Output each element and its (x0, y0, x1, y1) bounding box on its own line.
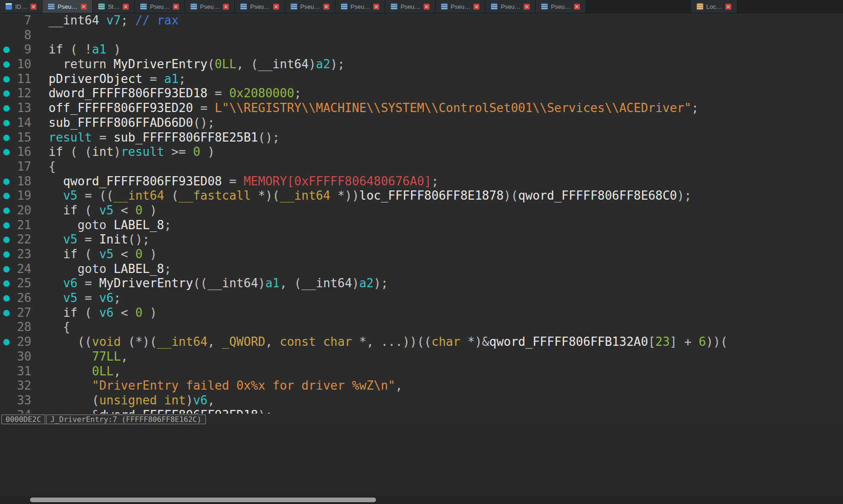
close-icon[interactable]: × (323, 4, 329, 10)
tab-ida-view[interactable]: ID…× (0, 0, 42, 13)
line-number: 34 (14, 408, 34, 414)
disasm-view-icon (6, 3, 12, 10)
code-line[interactable]: 12 dword_FFFFF806FF93ED18 = 0x2080000; (0, 86, 843, 101)
scrollbar-thumb[interactable] (30, 498, 376, 502)
close-icon[interactable]: × (373, 4, 379, 10)
tab-label: Pseu… (401, 3, 420, 10)
tab-pseudocode-f[interactable]: Pseu…× (335, 0, 386, 13)
horizontal-scrollbar[interactable] (0, 496, 843, 504)
code-line[interactable]: 26 v5 = v6; (0, 291, 843, 306)
code-line[interactable]: 29 ((void (*)(__int64, _QWORD, const cha… (0, 335, 843, 350)
code-text: dword_FFFFF806FF93ED18 = 0x2080000; (34, 86, 301, 101)
line-number: 25 (14, 276, 34, 291)
code-line[interactable]: 33 (unsigned int)v6, (0, 393, 843, 408)
code-line[interactable]: 20 if ( v5 < 0 ) (0, 203, 843, 218)
code-text: "DriverEntry failed 0x%x for driver %wZ\… (34, 379, 402, 393)
code-line[interactable]: 17 { (0, 160, 843, 174)
code-line[interactable]: 11 pDriverObject = a1; (0, 72, 843, 87)
code-line[interactable]: 31 0LL, (0, 364, 843, 379)
close-icon[interactable]: × (574, 4, 580, 10)
tab-pseudocode-d[interactable]: Pseu…× (235, 0, 285, 13)
code-line[interactable]: 27 if ( v6 < 0 ) (0, 306, 843, 320)
pseudocode-icon (140, 3, 147, 10)
code-text: goto LABEL_8; (34, 218, 171, 233)
close-icon[interactable]: × (30, 4, 36, 10)
tab-pseudocode-j[interactable]: Pseu…× (536, 0, 586, 13)
line-number: 26 (14, 291, 34, 306)
tab-pseudocode-c[interactable]: Pseu…× (185, 0, 235, 13)
breakpoint-dot[interactable] (0, 42, 14, 57)
breakpoint-dot[interactable] (0, 101, 14, 116)
breakpoint-dot[interactable] (0, 291, 14, 306)
line-number: 11 (14, 72, 34, 87)
code-line[interactable]: 24 goto LABEL_8; (0, 262, 843, 277)
tab-pseudocode-b[interactable]: Pseu…× (135, 0, 185, 13)
gutter-cell (0, 160, 14, 174)
breakpoint-dot[interactable] (0, 335, 14, 350)
breakpoint-dot[interactable] (0, 262, 14, 277)
pseudocode-view[interactable]: 7 __int64 v7; // rax89 if ( !a1 )10 retu… (0, 13, 843, 414)
code-line[interactable]: 13 off_FFFFF806FF93ED20 = L"\\REGISTRY\\… (0, 101, 843, 116)
close-icon[interactable]: × (524, 4, 530, 10)
gutter-cell (0, 320, 14, 335)
close-icon[interactable]: × (424, 4, 430, 10)
close-icon[interactable]: × (473, 4, 479, 10)
close-icon[interactable]: × (273, 4, 279, 10)
code-line[interactable]: 28 { (0, 320, 843, 335)
code-text: &dword_FFFFF806FF93ED18); (34, 408, 273, 414)
breakpoint-dot[interactable] (0, 276, 14, 291)
close-icon[interactable]: × (173, 4, 179, 10)
breakpoint-dot[interactable] (0, 218, 14, 233)
tab-label: Pseu… (200, 3, 220, 10)
breakpoint-dot[interactable] (0, 247, 14, 262)
breakpoint-dot[interactable] (0, 57, 14, 72)
tab-pseudocode-h[interactable]: Pseu…× (436, 0, 486, 13)
close-icon[interactable]: × (725, 4, 731, 10)
locations-icon (697, 3, 703, 10)
breakpoint-dot[interactable] (0, 116, 14, 130)
tab-strings[interactable]: St…× (93, 0, 135, 13)
breakpoint-dot[interactable] (0, 306, 14, 320)
tab-local-types[interactable]: Loc…× (691, 0, 737, 13)
tab-label: Pseu… (58, 3, 78, 10)
line-number: 8 (14, 28, 34, 43)
code-line[interactable]: 21 goto LABEL_8; (0, 218, 843, 233)
pseudocode-icon (341, 3, 347, 10)
gutter-cell (0, 28, 14, 43)
code-line[interactable]: 7 __int64 v7; // rax (0, 13, 843, 28)
breakpoint-dot[interactable] (0, 203, 14, 218)
breakpoint-dot[interactable] (0, 189, 14, 203)
code-text: return MyDriverEntry(0LL, (__int64)a2); (34, 57, 345, 72)
breakpoint-dot[interactable] (0, 174, 14, 189)
tab-pseudocode-g[interactable]: Pseu…× (385, 0, 436, 13)
line-number: 12 (14, 86, 34, 101)
code-line[interactable]: 23 if ( v5 < 0 ) (0, 247, 843, 262)
code-line[interactable]: 8 (0, 28, 843, 43)
breakpoint-dot[interactable] (0, 145, 14, 160)
code-line[interactable]: 10 return MyDriverEntry(0LL, (__int64)a2… (0, 57, 843, 72)
code-line[interactable]: 22 v5 = Init(); (0, 232, 843, 247)
tab-pseudocode-a[interactable]: Pseu…× (42, 0, 93, 13)
breakpoint-dot[interactable] (0, 130, 14, 145)
tab-pseudocode-i[interactable]: Pseu…× (485, 0, 536, 13)
code-line[interactable]: 19 v5 = ((__int64 (__fastcall *)(__int64… (0, 189, 843, 203)
breakpoint-dot[interactable] (0, 232, 14, 247)
code-line[interactable]: 30 77LL, (0, 350, 843, 364)
close-icon[interactable]: × (123, 4, 129, 10)
breakpoint-dot[interactable] (0, 86, 14, 101)
code-line[interactable]: 18 qword_FFFFF806FF93ED08 = MEMORY[0xFFF… (0, 174, 843, 189)
code-line[interactable]: 14 sub_FFFFF806FFAD66D0(); (0, 116, 843, 130)
code-line[interactable]: 32 "DriverEntry failed 0x%x for driver %… (0, 379, 843, 393)
tab-pseudocode-e[interactable]: Pseu…× (285, 0, 335, 13)
close-icon[interactable]: × (223, 4, 229, 10)
status-bar: 0000DE2C J_DriverEntry:7 (FFFFF806FF8E16… (0, 414, 843, 425)
code-line[interactable]: 25 v6 = MyDriverEntry((__int64)a1, (__in… (0, 276, 843, 291)
code-line[interactable]: 9 if ( !a1 ) (0, 42, 843, 57)
code-line[interactable]: 34 &dword_FFFFF806FF93ED18); (0, 408, 843, 414)
close-icon[interactable]: × (81, 4, 87, 10)
code-text: 0LL, (34, 364, 121, 379)
line-number: 9 (14, 42, 34, 57)
breakpoint-dot[interactable] (0, 72, 14, 87)
code-line[interactable]: 16 if ( (int)result >= 0 ) (0, 145, 843, 160)
code-line[interactable]: 15 result = sub_FFFFF806FF8E25B1(); (0, 130, 843, 145)
